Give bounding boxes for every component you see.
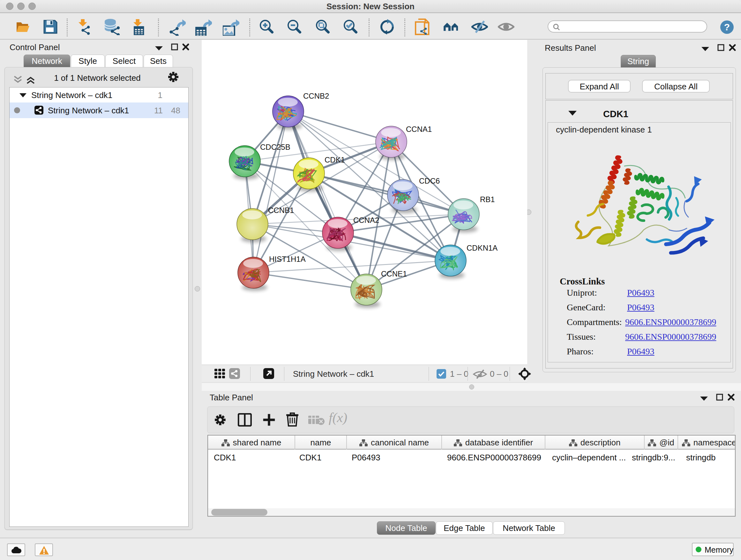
svg-text:CCNA2: CCNA2 bbox=[353, 216, 379, 225]
svg-text:CDK1: CDK1 bbox=[325, 155, 345, 164]
svg-text:RB1: RB1 bbox=[480, 195, 495, 204]
svg-text:HIST1H1A: HIST1H1A bbox=[269, 255, 306, 263]
svg-text:CCNE1: CCNE1 bbox=[381, 269, 407, 278]
svg-text:CDKN1A: CDKN1A bbox=[467, 244, 497, 252]
svg-text:CCNB1: CCNB1 bbox=[268, 206, 294, 214]
svg-text:CCNA1: CCNA1 bbox=[406, 125, 432, 133]
svg-text:CDC25B: CDC25B bbox=[260, 143, 290, 151]
svg-text:CDC6: CDC6 bbox=[419, 177, 440, 185]
svg-text:CCNB2: CCNB2 bbox=[303, 91, 329, 100]
